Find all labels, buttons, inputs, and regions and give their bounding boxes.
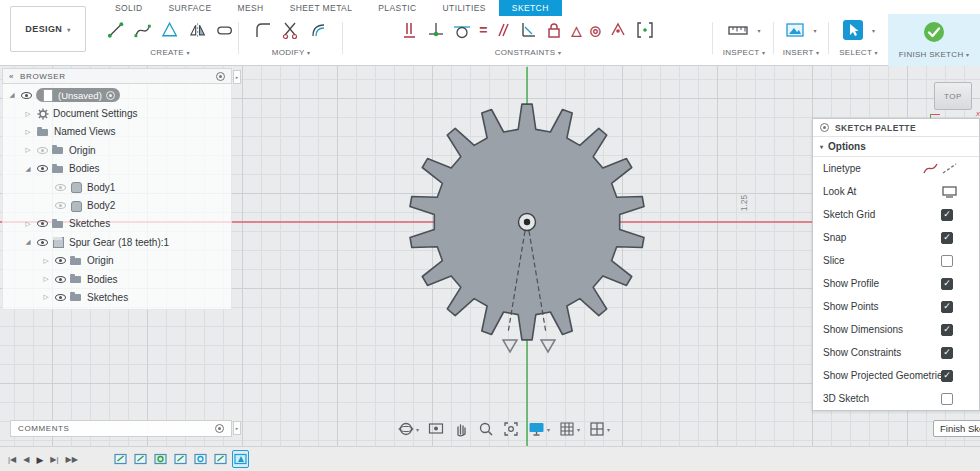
show-dimensions-checkbox[interactable]: ✓ <box>941 324 953 336</box>
browser-options-icon[interactable] <box>216 72 225 81</box>
visibility-eye-icon[interactable] <box>55 276 66 283</box>
sketch-grid-checkbox[interactable]: ✓ <box>941 209 953 221</box>
visibility-eye-icon[interactable] <box>55 184 66 191</box>
dimension-label[interactable]: 1.25 <box>739 195 749 212</box>
tangent-constraint-icon[interactable] <box>453 20 471 40</box>
concentric-constraint-icon[interactable]: ◎ <box>589 24 600 37</box>
tree-row-gear-origin[interactable]: ▷ Origin <box>3 252 231 270</box>
viewcube-top-face[interactable]: TOP <box>934 82 972 110</box>
comments-options-icon[interactable] <box>215 424 224 433</box>
timeline-feature-icon[interactable] <box>132 450 149 468</box>
visibility-eye-icon[interactable] <box>37 239 48 246</box>
slot-tool-icon[interactable] <box>215 20 234 40</box>
curvature-constraint-icon[interactable] <box>635 20 655 40</box>
linetype-spline-icon[interactable] <box>923 162 938 175</box>
create-group-label[interactable]: CREATE <box>150 48 184 57</box>
tree-collapse-icon[interactable]: ▷ <box>41 293 51 301</box>
show-points-checkbox[interactable]: ✓ <box>941 301 953 313</box>
tree-collapse-icon[interactable]: ▷ <box>41 275 51 283</box>
orbit-button[interactable]: ▾ <box>398 421 419 437</box>
line-tool-icon[interactable] <box>106 20 125 40</box>
collapse-chevrons-icon[interactable]: « <box>9 72 14 81</box>
3d-sketch-checkbox[interactable]: ✓ <box>941 393 953 405</box>
display-settings-button[interactable]: ▾ <box>528 421 550 437</box>
coincident-constraint-icon[interactable] <box>427 20 445 40</box>
play-button[interactable]: ▶ <box>36 455 43 465</box>
timeline-feature-icon[interactable] <box>212 450 229 468</box>
skip-to-start-button[interactable]: |◀ <box>8 455 16 464</box>
inspect-group-label[interactable]: INSPECT <box>723 48 760 57</box>
spline-tool-icon[interactable] <box>133 20 152 40</box>
sketch-palette-header[interactable]: SKETCH PALETTE <box>813 119 979 137</box>
tree-expand-icon[interactable]: ◢ <box>7 91 17 99</box>
fit-button[interactable] <box>503 421 519 437</box>
timeline-feature-icon-selected[interactable] <box>232 450 249 468</box>
tree-collapse-icon[interactable]: ▷ <box>23 128 33 136</box>
snap-checkbox[interactable]: ✓ <box>941 232 953 244</box>
document-root-pill[interactable]: (Unsaved) <box>36 88 120 102</box>
polygon-tool-icon[interactable] <box>160 20 179 40</box>
insert-image-icon[interactable] <box>785 20 805 40</box>
linetype-construction-icon[interactable] <box>942 162 957 175</box>
timeline-feature-icon[interactable] <box>192 450 209 468</box>
visibility-eye-icon[interactable] <box>55 202 66 209</box>
equal-constraint-icon[interactable]: = <box>479 23 487 37</box>
step-back-button[interactable]: ◀ <box>23 455 29 464</box>
symmetry-constraint-icon[interactable]: △ <box>571 24 581 37</box>
skip-to-end-button[interactable]: ▶▶ <box>66 455 78 464</box>
tree-row-sketches[interactable]: ▷ Sketches <box>3 215 231 233</box>
viewcube[interactable]: TOP x <box>930 80 978 118</box>
modify-group-label[interactable]: MODIFY <box>272 48 305 57</box>
tree-row-gear-bodies[interactable]: ▷ Bodies <box>3 270 231 288</box>
look-at-button[interactable] <box>428 421 444 437</box>
tree-collapse-icon[interactable]: ▷ <box>23 220 33 228</box>
tree-row-body2[interactable]: Body2 <box>3 196 231 214</box>
tree-expand-icon[interactable]: ◢ <box>23 165 33 173</box>
comments-collapse-handle[interactable]: ▸ <box>233 421 241 435</box>
tree-row-document-root[interactable]: ◢ (Unsaved) <box>3 86 231 104</box>
parallel-constraint-icon[interactable] <box>495 20 511 40</box>
tree-row-bodies[interactable]: ◢ Bodies <box>3 160 231 178</box>
offset-tool-icon[interactable] <box>309 20 329 40</box>
visibility-eye-icon[interactable] <box>37 147 48 154</box>
tree-row-body1[interactable]: Body1 <box>3 178 231 196</box>
mirror-tool-icon[interactable] <box>188 20 207 40</box>
insert-group-label[interactable]: INSERT <box>783 48 814 57</box>
slice-checkbox[interactable]: ✓ <box>941 255 953 267</box>
tree-collapse-icon[interactable]: ▷ <box>23 146 33 154</box>
visibility-eye-icon[interactable] <box>37 165 48 172</box>
select-group-label[interactable]: SELECT <box>839 48 872 57</box>
show-constraints-checkbox[interactable]: ✓ <box>941 347 953 359</box>
browser-collapse-handle[interactable]: ▸ <box>233 70 241 84</box>
tree-row-origin[interactable]: ▷ Origin <box>3 141 231 159</box>
tree-collapse-icon[interactable]: ▷ <box>23 110 33 118</box>
grid-settings-button[interactable]: ▾ <box>559 421 580 437</box>
fillet-tool-icon[interactable] <box>253 20 273 40</box>
finish-sketch-check-icon[interactable] <box>922 20 946 44</box>
tree-row-spur-gear-component[interactable]: ◢ Spur Gear (18 teeth):1 <box>3 233 231 251</box>
zoom-button[interactable] <box>478 421 494 437</box>
look-at-icon[interactable] <box>942 185 957 198</box>
fix-lock-constraint-icon[interactable] <box>545 20 563 40</box>
show-projected-geometries-checkbox[interactable]: ✓ <box>941 370 953 382</box>
design-workspace-dropdown[interactable]: DESIGN ▾ <box>10 6 86 52</box>
step-forward-button[interactable]: ▶| <box>50 455 58 464</box>
tree-row-document-settings[interactable]: ▷ Document Settings <box>3 104 231 122</box>
tree-row-named-views[interactable]: ▷ Named Views <box>3 123 231 141</box>
timeline-feature-icon[interactable] <box>172 450 189 468</box>
perpendicular-constraint-icon[interactable] <box>519 20 537 40</box>
midpoint-constraint-icon[interactable] <box>609 20 627 40</box>
section-expand-icon[interactable]: ▾ <box>820 143 823 150</box>
tree-expand-icon[interactable]: ◢ <box>23 238 33 246</box>
trim-tool-icon[interactable] <box>281 20 301 40</box>
visibility-eye-icon[interactable] <box>55 257 66 264</box>
finish-sketch-label[interactable]: FINISH SKETCH <box>899 50 964 59</box>
timeline-feature-icon[interactable] <box>152 450 169 468</box>
finish-sketch-button[interactable]: Finish Sketch <box>933 420 980 437</box>
visibility-eye-icon[interactable] <box>21 92 32 99</box>
pan-button[interactable] <box>453 421 469 437</box>
horizontal-vertical-constraint-icon[interactable] <box>401 20 419 40</box>
select-cursor-icon[interactable] <box>842 19 864 41</box>
show-profile-checkbox[interactable]: ✓ <box>941 278 953 290</box>
viewports-button[interactable]: ▾ <box>589 421 610 437</box>
